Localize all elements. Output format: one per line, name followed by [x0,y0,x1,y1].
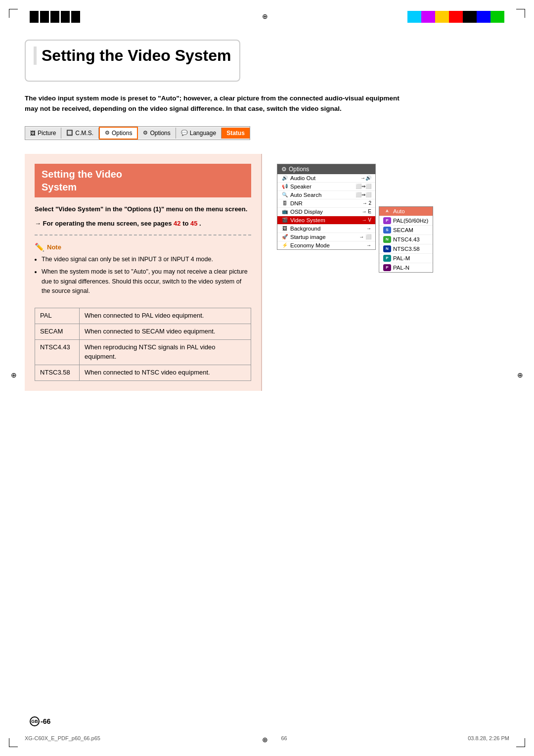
sub-label-pal50: PAL(50/60Hz) [393,218,428,224]
tab-picture[interactable]: 🖼 Picture [25,128,61,139]
picture-icon: 🖼 [30,130,36,136]
right-column: ⚙ Options 🔊 Audio Out →🔊 📢 [277,154,475,273]
section-heading: Setting the Video System [35,164,251,197]
sub-icon-palm: P [383,255,391,262]
black-bar-4 [61,11,70,23]
table-cell-desc: When reproducing NTSC signals in PAL vid… [80,340,251,365]
note-item-1: The video signal can only be set in INPU… [42,255,251,264]
sub-icon-paln: P [383,264,391,271]
table-row: SECAMWhen connected to SECAM video equip… [35,324,251,340]
color-bar-blue [477,11,490,23]
osd-submenu: A Auto P PAL(50/60Hz) S SECAM N NTSC4.43 [379,206,433,273]
tab-status[interactable]: Status [222,128,250,139]
osd-display-icon: 📺 [281,209,288,214]
page-number: -66 [41,717,50,725]
speaker-label: Speaker [290,184,312,189]
options1-icon: ⚙ [105,130,110,136]
page-footer: XG-C60X_E_PDF_p60_66.p65 66 03.8.28, 2:2… [25,735,509,741]
osd-row-audio-out: 🔊 Audio Out →🔊 [277,174,375,183]
table-cell-desc: When connected to PAL video equipment. [80,308,251,324]
sub-label-ntsc443: NTSC4.43 [393,236,420,242]
tab-cms-label: C.M.S. [75,130,93,137]
intro-text: The video input system mode is preset to… [25,94,410,114]
menu-bar: 🖼 Picture 🔲 C.M.S. ⚙ Options ⚙ Options 💬… [25,126,250,140]
link-42[interactable]: 42 [174,220,180,227]
footer-filename: XG-C60X_E_PDF_p60_66.p65 [25,735,100,741]
tab-options-2[interactable]: ⚙ Options [138,128,176,139]
note-label: Note [47,243,61,251]
table-cell-signal: NTSC4.43 [35,340,80,365]
note-title: ✏️ Note [35,242,251,252]
video-system-label: Video System [290,217,325,223]
table-cell-signal: SECAM [35,324,80,340]
osd-row-startup: 🚀 Startup image → ⬜ [277,233,375,241]
options2-icon: ⚙ [143,130,148,136]
osd-row-speaker-left: 📢 Speaker [281,184,312,189]
osd-row-dnr: 🎛 DNR → 2 [277,199,375,208]
table-cell-desc: When connected to SECAM video equipment. [80,324,251,340]
reg-mark-top: ⊕ [262,12,268,20]
speaker-icon: 📢 [281,184,288,189]
audio-out-icon: 🔊 [281,175,288,181]
sub-row-auto: A Auto [379,207,433,216]
video-system-arrow: → V [362,217,371,223]
table-cell-desc: When connected to NTSC video equipment. [80,365,251,380]
video-system-table: PALWhen connected to PAL video equipment… [35,308,251,380]
reg-mark-left: ⊕ [11,371,17,379]
page-number-area: GB -66 [30,716,50,726]
tab-language[interactable]: 💬 Language [176,128,222,139]
color-bars-top-right [407,11,504,23]
auto-search-icon: 🔍 [281,192,288,197]
economy-icon: ⚡ [281,242,288,248]
language-icon: 💬 [181,130,188,136]
sub-row-pal50: P PAL(50/60Hz) [379,216,433,226]
table-row: NTSC3.58When connected to NTSC video equ… [35,365,251,380]
left-column: Setting the Video System Select "Video S… [25,154,262,391]
sub-icon-auto: A [383,208,391,215]
black-bar-3 [50,11,59,23]
sub-row-secam: S SECAM [379,226,433,235]
gb-badge: GB [30,716,40,726]
osd-display-arrow: → E [362,209,371,214]
osd-row-economy: ⚡ Economy Mode → [277,241,375,249]
tab-options1-label: Options [112,130,132,137]
osd-container: ⚙ Options 🔊 Audio Out →🔊 📢 [277,164,475,273]
reg-mark-right: ⊕ [517,371,523,379]
black-bar-2 [40,11,49,23]
link-45[interactable]: 45 [190,220,197,227]
dnr-label: DNR [290,200,303,206]
auto-search-arrow: ⬜⇒⬜ [356,192,371,197]
tab-options-1[interactable]: ⚙ Options [99,127,138,140]
osd-display-label: OSD Display [290,209,323,215]
period-text: . [199,220,201,227]
arrow-text: → For operating the menu screen, see pag… [35,220,174,227]
startup-icon: 🚀 [281,234,288,239]
tab-cms[interactable]: 🔲 C.M.S. [61,128,99,139]
startup-arrow: → ⬜ [359,234,371,239]
osd-menu-title: ⚙ Options [277,164,375,174]
dnr-arrow: → 2 [362,200,371,206]
footer-page-num: 66 [281,735,287,741]
page-content: Setting the Video System The video input… [25,40,509,726]
osd-row-startup-left: 🚀 Startup image [281,234,326,240]
osd-title-icon: ⚙ [281,166,287,173]
color-bar-cyan [407,11,421,23]
table-cell-signal: NTSC3.58 [35,365,80,380]
osd-row-video-system: 🎬 Video System → V [277,216,375,225]
note-section: ✏️ Note The video signal can only be set… [35,242,251,296]
osd-row-dnr-left: 🎛 DNR [281,200,303,206]
color-bar-magenta [421,11,435,23]
sub-label-paln: PAL-N [393,265,409,271]
startup-label: Startup image [290,234,326,240]
dnr-icon: 🎛 [281,200,288,206]
sub-row-paln: P PAL-N [379,263,433,272]
page-title: Setting the Video System [34,47,231,65]
osd-row-auto-search-left: 🔍 Auto Search [281,192,321,198]
osd-row-osd-left: 📺 OSD Display [281,209,323,215]
heading-line2: System [42,182,77,192]
registration-bars-left [30,11,80,23]
background-icon: 🖼 [281,226,288,231]
table-row: NTSC4.43When reproducing NTSC signals in… [35,340,251,365]
note-items: The video signal can only be set in INPU… [35,255,251,296]
instruction-2: → For operating the menu screen, see pag… [35,219,251,229]
